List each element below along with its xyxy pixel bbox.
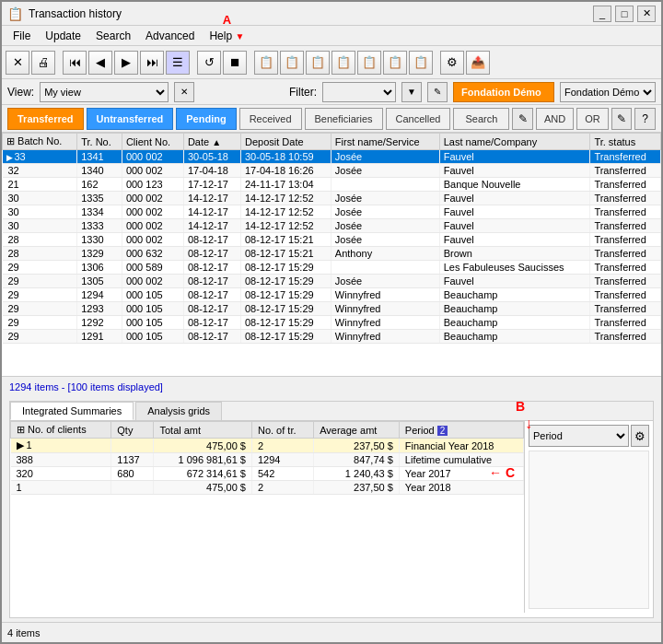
col-header-fname[interactable]: First name/Service bbox=[331, 134, 439, 150]
tb-export-button[interactable]: 📤 bbox=[466, 51, 490, 75]
close-button[interactable]: ✕ bbox=[637, 6, 656, 22]
table-row[interactable]: 30 1333 000 002 14-12-17 14-12-17 12:52 … bbox=[3, 219, 661, 233]
filter-funnel-button[interactable]: ▼ bbox=[401, 82, 422, 102]
summary-row[interactable]: 388 1137 1 096 981,61 $ 1294 847,74 $ Li… bbox=[11, 453, 524, 467]
col-header-status[interactable]: Tr. status bbox=[590, 134, 661, 150]
cell-fname: Winnyfred bbox=[331, 288, 439, 302]
tb-copy4-button[interactable]: 📋 bbox=[332, 51, 355, 75]
table-row[interactable]: 32 1340 000 002 17-04-18 17-04-18 16:26 … bbox=[3, 164, 661, 178]
annotation-b-arrow: ↓ bbox=[525, 416, 532, 432]
sum-cell-clients: 320 bbox=[11, 467, 111, 481]
window-controls: _ □ ✕ bbox=[593, 6, 656, 22]
search-icon-button[interactable]: ✎ bbox=[512, 108, 533, 130]
cell-batch: 21 bbox=[3, 178, 77, 192]
sum-col-clients[interactable]: ⊞ No. of clients bbox=[11, 422, 111, 439]
tb-copy2-button[interactable]: 📋 bbox=[280, 51, 304, 75]
sum-col-period[interactable]: Period 2 bbox=[399, 422, 523, 439]
table-row[interactable]: 29 1293 000 105 08-12-17 08-12-17 15:29 … bbox=[3, 302, 661, 316]
col-header-lname[interactable]: Last name/Company bbox=[439, 134, 590, 150]
col-header-date[interactable]: Date ▲ bbox=[183, 134, 240, 150]
col-header-deposit[interactable]: Deposit Date bbox=[241, 134, 332, 150]
menu-update[interactable]: Update bbox=[38, 28, 88, 44]
period-select[interactable]: Period bbox=[529, 425, 629, 447]
tb-next-button[interactable]: ▶ bbox=[114, 51, 138, 75]
summary-row[interactable]: 320 680 672 314,61 $ 542 1 240,43 $ Year… bbox=[11, 467, 524, 481]
beneficiaries-button[interactable]: Beneficiaries bbox=[305, 108, 383, 130]
tb-print-button[interactable]: 🖨 bbox=[31, 51, 55, 75]
table-row[interactable]: 28 1330 000 002 08-12-17 08-12-17 15:21 … bbox=[3, 233, 661, 247]
sum-col-qty[interactable]: Qty bbox=[111, 422, 154, 439]
table-row[interactable]: 29 1294 000 105 08-12-17 08-12-17 15:29 … bbox=[3, 288, 661, 302]
col-header-tr[interactable]: Tr. No. bbox=[77, 134, 122, 150]
filter-select[interactable] bbox=[322, 82, 396, 102]
view-clear-button[interactable]: ✕ bbox=[174, 82, 194, 102]
sum-col-ntr[interactable]: No. of tr. bbox=[251, 422, 313, 439]
table-row[interactable]: 21 162 000 123 17-12-17 24-11-17 13:04 B… bbox=[3, 178, 661, 192]
table-row[interactable]: 30 1334 000 002 14-12-17 14-12-17 12:52 … bbox=[3, 205, 661, 219]
annotation-c: ← C bbox=[489, 465, 515, 480]
tb-prev-button[interactable]: ◀ bbox=[88, 51, 112, 75]
cell-deposit: 14-12-17 12:52 bbox=[241, 192, 332, 205]
sum-cell-qty bbox=[111, 481, 154, 495]
main-table: ⊞ Batch No. Tr. No. Client No. Date ▲ De… bbox=[2, 133, 661, 344]
tb-copy5-button[interactable]: 📋 bbox=[357, 51, 381, 75]
menu-advanced[interactable]: Advanced bbox=[138, 28, 202, 44]
cell-batch: ▶33 bbox=[3, 150, 77, 164]
tb-close-button[interactable]: ✕ bbox=[6, 51, 29, 75]
cell-lname: Fauvel bbox=[439, 275, 590, 288]
search-button[interactable]: Search bbox=[453, 108, 509, 130]
pending-button[interactable]: Pending bbox=[176, 108, 236, 130]
cell-client: 000 105 bbox=[122, 288, 183, 302]
cell-fname bbox=[331, 261, 439, 275]
period-icon-button[interactable]: ⚙ bbox=[631, 425, 649, 447]
sum-cell-period: Financial Year 2018 bbox=[399, 439, 523, 453]
tb-stop-button[interactable]: ⏹ bbox=[223, 51, 247, 75]
tb-refresh-button[interactable]: ↺ bbox=[197, 51, 221, 75]
sum-col-total[interactable]: Total amt bbox=[154, 422, 251, 439]
tb-copy1-button[interactable]: 📋 bbox=[254, 51, 278, 75]
org-select[interactable]: Fondation Démo bbox=[560, 82, 656, 102]
summary-row[interactable]: 1 475,00 $ 2 237,50 $ Year 2018 bbox=[11, 481, 524, 495]
tab-integrated-summaries[interactable]: Integrated Summaries bbox=[10, 402, 134, 420]
tb-list-button[interactable]: ☰ bbox=[166, 51, 190, 75]
menu-file[interactable]: File bbox=[6, 28, 38, 44]
help-button[interactable]: ? bbox=[634, 108, 656, 130]
menu-help[interactable]: A Help ▼ bbox=[202, 28, 251, 44]
maximize-button[interactable]: □ bbox=[615, 6, 634, 22]
col-header-batch[interactable]: ⊞ Batch No. bbox=[3, 134, 77, 150]
table-row[interactable]: 29 1291 000 105 08-12-17 08-12-17 15:29 … bbox=[3, 330, 661, 344]
table-row[interactable]: 29 1292 000 105 08-12-17 08-12-17 15:29 … bbox=[3, 316, 661, 330]
tb-copy7-button[interactable]: 📋 bbox=[409, 51, 433, 75]
untransferred-button[interactable]: Untransferred bbox=[87, 108, 174, 130]
table-row[interactable]: 29 1306 000 589 08-12-17 08-12-17 15:29 … bbox=[3, 261, 661, 275]
edit-filter-button[interactable]: ✎ bbox=[611, 108, 633, 130]
cell-tr: 1341 bbox=[77, 150, 122, 164]
table-row[interactable]: ▶33 1341 000 002 30-05-18 30-05-18 10:59… bbox=[3, 150, 661, 164]
or-button[interactable]: OR bbox=[576, 108, 609, 130]
sum-cell-total: 672 314,61 $ bbox=[154, 467, 251, 481]
filter-edit-button[interactable]: ✎ bbox=[427, 82, 448, 102]
sum-col-icon: ⊞ bbox=[17, 424, 25, 435]
tab-analysis-grids[interactable]: Analysis grids bbox=[135, 402, 222, 420]
summary-row[interactable]: ▶ 1 475,00 $ 2 237,50 $ Financial Year 2… bbox=[11, 439, 524, 453]
tb-copy6-button[interactable]: 📋 bbox=[383, 51, 407, 75]
menu-search[interactable]: Search bbox=[88, 28, 138, 44]
and-button[interactable]: AND bbox=[536, 108, 574, 130]
tb-first-button[interactable]: ⏮ bbox=[63, 51, 87, 75]
minimize-button[interactable]: _ bbox=[593, 6, 611, 22]
cell-lname: Fauvel bbox=[439, 219, 590, 233]
tb-copy3-button[interactable]: 📋 bbox=[306, 51, 330, 75]
transferred-button[interactable]: Transferred bbox=[7, 108, 84, 130]
sum-cell-total: 475,00 $ bbox=[154, 481, 251, 495]
received-button[interactable]: Received bbox=[239, 108, 302, 130]
view-select[interactable]: My view bbox=[40, 82, 169, 102]
col-header-client[interactable]: Client No. bbox=[122, 134, 183, 150]
filter-label: Filter: bbox=[289, 86, 317, 99]
cancelled-button[interactable]: Cancelled bbox=[386, 108, 451, 130]
tb-last-button[interactable]: ⏭ bbox=[140, 51, 164, 75]
table-row[interactable]: 30 1335 000 002 14-12-17 14-12-17 12:52 … bbox=[3, 192, 661, 205]
sum-col-avg[interactable]: Average amt bbox=[314, 422, 400, 439]
table-row[interactable]: 28 1329 000 632 08-12-17 08-12-17 15:21 … bbox=[3, 247, 661, 261]
tb-settings-button[interactable]: ⚙ bbox=[440, 51, 464, 75]
table-row[interactable]: 29 1305 000 002 08-12-17 08-12-17 15:29 … bbox=[3, 275, 661, 288]
